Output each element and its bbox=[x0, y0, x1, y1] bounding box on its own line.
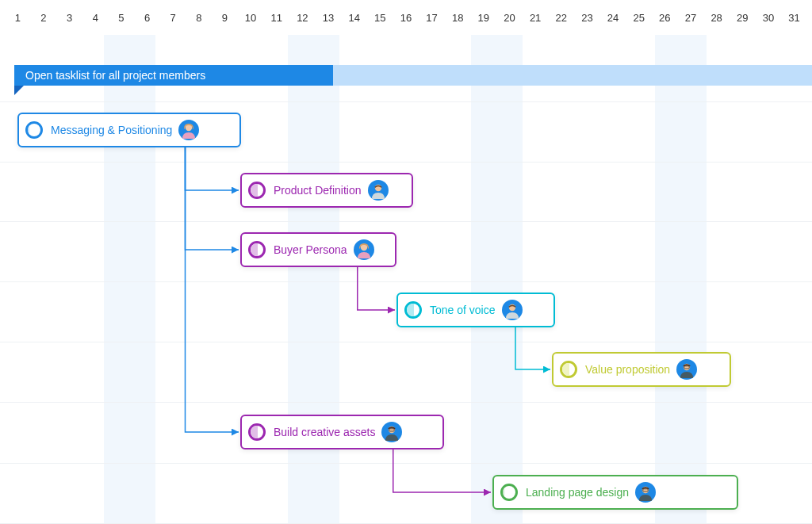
day-label: 9 bbox=[212, 12, 238, 24]
progress-circle-icon bbox=[248, 423, 266, 441]
day-label: 12 bbox=[289, 12, 316, 24]
day-label: 20 bbox=[496, 12, 523, 24]
day-label: 28 bbox=[703, 12, 730, 24]
task-tone[interactable]: Tone of voice bbox=[396, 293, 555, 327]
task-creative[interactable]: Build creative assets bbox=[240, 415, 444, 449]
assignee-avatar[interactable] bbox=[676, 359, 697, 380]
task-label: Landing page design bbox=[526, 486, 629, 499]
gantt-chart: Open tasklist for all project members Me… bbox=[0, 35, 812, 524]
task-label: Product Definition bbox=[274, 184, 362, 197]
assignee-avatar[interactable] bbox=[381, 422, 402, 442]
task-label: Value proposition bbox=[585, 363, 670, 376]
assignee-avatar[interactable] bbox=[502, 300, 523, 320]
assignee-avatar[interactable] bbox=[354, 239, 374, 260]
day-label: 3 bbox=[56, 12, 82, 24]
task-value[interactable]: Value proposition bbox=[552, 352, 731, 387]
day-label: 8 bbox=[186, 12, 212, 24]
task-messaging[interactable]: Messaging & Positioning bbox=[17, 113, 241, 147]
day-label: 17 bbox=[419, 12, 445, 24]
day-label: 10 bbox=[238, 12, 264, 24]
task-label: Buyer Persona bbox=[274, 243, 347, 256]
day-label: 21 bbox=[523, 12, 549, 24]
project-banner[interactable]: Open tasklist for all project members bbox=[14, 65, 333, 86]
progress-circle-icon bbox=[248, 241, 266, 258]
task-landing[interactable]: Landing page design bbox=[492, 475, 738, 510]
progress-circle-icon bbox=[560, 361, 577, 378]
day-label: 7 bbox=[160, 12, 186, 24]
day-label: 24 bbox=[600, 12, 626, 24]
day-label: 15 bbox=[367, 12, 393, 24]
day-label: 23 bbox=[574, 12, 600, 24]
day-label: 29 bbox=[730, 12, 756, 24]
banner-tail-icon bbox=[14, 86, 24, 95]
day-label: 30 bbox=[756, 12, 782, 24]
assignee-avatar[interactable] bbox=[635, 482, 656, 503]
day-label: 22 bbox=[548, 12, 574, 24]
assignee-avatar[interactable] bbox=[368, 180, 389, 201]
day-label: 31 bbox=[781, 12, 807, 24]
progress-circle-icon bbox=[500, 484, 518, 501]
progress-circle-icon bbox=[248, 182, 266, 199]
day-label: 13 bbox=[316, 12, 342, 24]
day-label: 14 bbox=[341, 12, 367, 24]
task-label: Tone of voice bbox=[430, 304, 496, 316]
day-label: 27 bbox=[678, 12, 704, 24]
day-label: 25 bbox=[626, 12, 652, 24]
day-label: 26 bbox=[652, 12, 678, 24]
progress-circle-icon bbox=[25, 121, 43, 139]
progress-circle-icon bbox=[404, 301, 422, 319]
assignee-avatar[interactable] bbox=[178, 120, 199, 140]
timeline-days-header: 1234567891011121314151617181920212223242… bbox=[0, 0, 812, 35]
day-label: 18 bbox=[445, 12, 471, 24]
day-label: 5 bbox=[109, 12, 135, 24]
day-label: 16 bbox=[393, 12, 419, 24]
day-label: 4 bbox=[82, 12, 109, 24]
banner-label: Open tasklist for all project members bbox=[25, 69, 205, 82]
task-product[interactable]: Product Definition bbox=[240, 173, 413, 208]
task-label: Build creative assets bbox=[274, 426, 375, 438]
task-label: Messaging & Positioning bbox=[51, 124, 172, 136]
task-persona[interactable]: Buyer Persona bbox=[240, 232, 396, 267]
day-label: 2 bbox=[31, 12, 57, 24]
day-label: 11 bbox=[263, 12, 289, 24]
day-label: 6 bbox=[134, 12, 160, 24]
day-label: 19 bbox=[471, 12, 497, 24]
day-label: 1 bbox=[5, 12, 31, 24]
